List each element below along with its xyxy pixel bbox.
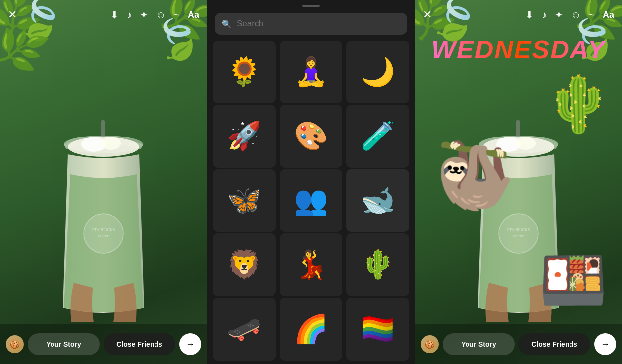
avatar-left: 🍪 [6,335,24,353]
sticker-item[interactable]: 🌙 [346,41,409,103]
draw-icon-left[interactable]: ~ [174,9,180,21]
search-bar[interactable]: 🔍 [215,13,407,35]
sticker-grid: 🌻 🧘‍♀️ 🌙 🚀 🎨 🧪 🦋 👥 🐋 🦁 💃 🌵 🛹 🌈 🏳️‍🌈 [207,41,415,364]
forward-button-right[interactable]: → [594,333,616,355]
search-input[interactable] [237,19,400,29]
sticker-item[interactable]: 🧘‍♀️ [280,41,343,103]
cactus-sticker[interactable]: 🌵 [544,77,612,131]
sticker-icon-right[interactable]: ☺ [571,9,581,21]
left-bottom-bar: 🍪 Your Story Close Friends → [0,324,207,364]
svg-point-13 [499,214,538,253]
svg-text:STARBUCKS: STARBUCKS [92,228,115,232]
music-icon-right[interactable]: ♪ [542,9,547,21]
close-friends-button-left[interactable]: Close Friends [104,333,175,355]
svg-point-4 [101,137,121,150]
download-icon-right[interactable]: ⬇ [525,9,534,21]
sticker-item[interactable]: 🌻 [213,41,276,103]
text-icon-right[interactable]: Aa [603,10,614,20]
avatar-right: 🍪 [421,335,439,353]
left-panel: 🌿 🍃 🌿 🍃 🌿 [0,0,207,364]
sticker-item[interactable]: 💃 [280,233,343,296]
rainbow-sloth-sticker[interactable]: 🦥 [435,143,515,208]
sticker-item[interactable]: 👥 [280,169,343,232]
sticker-item[interactable]: 🧪 [346,105,409,168]
text-icon-left[interactable]: Aa [188,10,199,20]
right-top-bar: ✕ ⬇ ♪ ✦ ☺ ~ Aa [415,0,622,30]
sticker-item[interactable]: 🎨 [280,105,343,168]
your-story-button-right[interactable]: Your Story [443,333,515,355]
forward-button-left[interactable]: → [179,333,201,355]
sticker-item[interactable]: 🚀 [213,105,276,168]
food-sticker[interactable]: 🍱 [539,253,607,307]
sticker-item[interactable]: 🦁 [213,233,276,296]
close-button-right[interactable]: ✕ [423,8,432,21]
svg-text:COFFEE: COFFEE [98,235,109,238]
effects-icon-left[interactable]: ✦ [140,9,148,21]
sticker-panel: 🔍 🌻 🧘‍♀️ 🌙 🚀 🎨 🧪 🦋 👥 🐋 🦁 💃 🌵 🛹 🌈 🏳️‍🌈 [207,0,415,364]
effects-icon-right[interactable]: ✦ [555,9,563,21]
music-icon-left[interactable]: ♪ [127,9,132,21]
svg-point-5 [84,214,123,253]
drag-handle[interactable] [302,5,320,7]
sticker-item[interactable]: 🐋 [346,169,409,232]
drink-cup-left: STARBUCKS COFFEE [54,115,153,324]
left-top-bar: ✕ ⬇ ♪ ✦ ☺ ~ Aa [0,0,207,30]
sticker-item[interactable]: 🏳️‍🌈 [346,298,409,361]
wednesday-text: WEDNESDAY [431,35,606,64]
close-friends-button-right[interactable]: Close Friends [518,333,590,355]
search-icon: 🔍 [222,19,232,29]
svg-text:STARBUCKS: STARBUCKS [507,228,530,232]
svg-text:COFFEE: COFFEE [513,235,524,238]
download-icon-left[interactable]: ⬇ [110,9,119,21]
sticker-item[interactable]: 🌈 [280,298,343,361]
right-panel: 🌿 🍃 🌿 🍃 WEDNESDAY 🦥 🌵 🍱 [415,0,622,364]
sticker-item[interactable]: 🌵 [346,233,409,296]
sticker-item[interactable]: 🛹 [213,298,276,361]
svg-point-12 [516,137,536,150]
sticker-icon-left[interactable]: ☺ [156,9,166,21]
sticker-item[interactable]: 🦋 [213,169,276,232]
your-story-button-left[interactable]: Your Story [28,333,100,355]
right-bottom-bar: 🍪 Your Story Close Friends → [415,324,622,364]
close-button-left[interactable]: ✕ [8,8,17,21]
draw-icon-right[interactable]: ~ [589,9,595,21]
